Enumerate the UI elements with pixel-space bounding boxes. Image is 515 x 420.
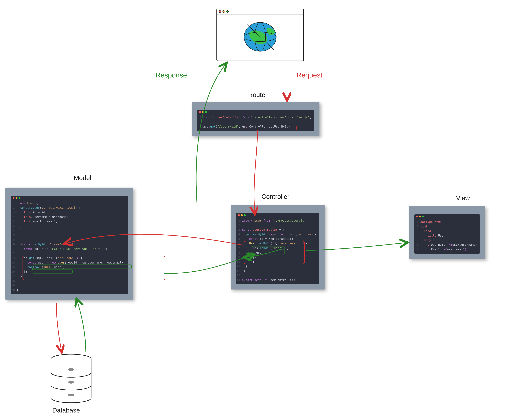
- svg-point-2: [219, 10, 221, 13]
- route-titlebar: [197, 110, 314, 114]
- database-label: Database: [52, 407, 80, 414]
- controller-titlebar: [236, 213, 319, 217]
- browser-sketch: [216, 8, 304, 62]
- request-label: Request: [296, 71, 323, 79]
- maximize-icon: [205, 111, 207, 113]
- route-code: 1import userController from "./controlle…: [197, 114, 314, 131]
- controller-window: 1import User from "../models/user.js"; 2…: [231, 205, 324, 290]
- view-code: 1doctype html 2html 3 head 4 title User …: [415, 219, 480, 254]
- database-icon: [50, 354, 92, 405]
- view-titlebar: [415, 214, 480, 219]
- svg-point-10: [68, 368, 74, 371]
- minimize-icon: [241, 214, 243, 216]
- maximize-icon: [244, 214, 246, 216]
- route-label: Route: [248, 91, 265, 98]
- svg-point-12: [68, 394, 74, 396]
- close-icon: [199, 111, 201, 113]
- close-icon: [238, 214, 240, 216]
- controller-code: 1import User from "../models/user.js"; 2…: [236, 217, 319, 284]
- close-icon: [13, 197, 15, 199]
- svg-point-3: [223, 10, 225, 13]
- minimize-icon: [15, 197, 17, 199]
- view-window: 1doctype html 2html 3 head 4 title User …: [409, 206, 485, 259]
- model-label: Model: [74, 174, 91, 181]
- maximize-icon: [18, 197, 20, 199]
- svg-point-11: [68, 381, 74, 383]
- maximize-icon: [422, 216, 424, 218]
- minimize-icon: [202, 111, 204, 113]
- route-window: 1import userController from "./controlle…: [192, 102, 319, 136]
- view-label: View: [456, 194, 470, 202]
- model-code: 1class User { 2 constructor(id, username…: [11, 200, 128, 294]
- minimize-icon: [419, 216, 421, 218]
- model-window: 1class User { 2 constructor(id, username…: [5, 188, 133, 300]
- model-titlebar: [11, 195, 128, 200]
- controller-label: Controller: [261, 193, 289, 200]
- response-label: Response: [156, 71, 187, 79]
- svg-point-4: [226, 10, 229, 13]
- close-icon: [416, 216, 418, 218]
